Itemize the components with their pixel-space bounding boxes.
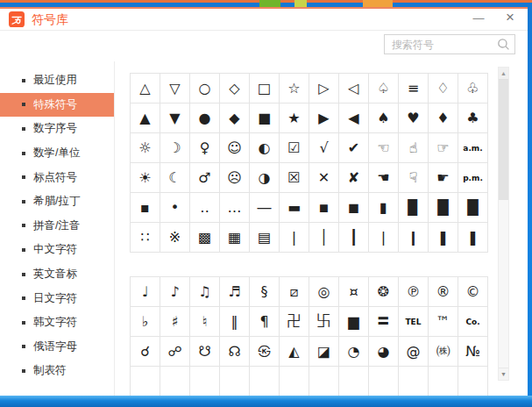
symbol-cell[interactable]: ◕ xyxy=(369,337,399,367)
symbol-cell[interactable]: ☟ xyxy=(399,163,429,193)
scroll-down-button[interactable]: ▼ xyxy=(499,368,508,380)
symbol-cell[interactable]: ❙ xyxy=(399,223,429,253)
symbol-cell[interactable]: ◼ xyxy=(339,193,369,223)
sidebar-item[interactable]: 标点符号 xyxy=(0,165,114,189)
symbol-cell[interactable]: ☀ xyxy=(131,163,160,193)
symbol-cell[interactable]: ♫ xyxy=(190,277,220,307)
symbol-cell[interactable]: ♢ xyxy=(429,74,458,104)
symbol-cell[interactable] xyxy=(369,367,399,396)
symbol-cell[interactable]: Co. xyxy=(458,307,488,337)
symbol-cell[interactable] xyxy=(220,367,250,396)
symbol-cell[interactable]: ♥ xyxy=(399,104,429,133)
sidebar-item[interactable]: 数字序号 xyxy=(0,117,114,141)
symbol-cell[interactable]: ▮ xyxy=(369,193,399,223)
symbol-cell[interactable]: ❚ xyxy=(458,223,488,253)
symbol-cell[interactable]: ¤ xyxy=(339,277,369,307)
symbol-cell[interactable]: ♣ xyxy=(458,104,488,133)
symbol-cell[interactable]: a.m. xyxy=(458,133,488,163)
symbol-cell[interactable]: ® xyxy=(429,277,458,307)
symbol-cell[interactable]: ▽ xyxy=(160,74,190,104)
symbol-cell[interactable]: █ xyxy=(429,193,458,223)
symbol-cell[interactable]: ♂ xyxy=(190,163,220,193)
symbol-cell[interactable]: ◎ xyxy=(309,277,339,307)
symbol-cell[interactable]: ▲ xyxy=(131,104,160,133)
symbol-cell[interactable]: ◀ xyxy=(339,104,369,133)
symbol-cell[interactable]: • xyxy=(160,193,190,223)
symbol-cell[interactable] xyxy=(458,367,488,396)
symbol-cell[interactable] xyxy=(280,367,309,396)
symbol-cell[interactable]: ☍ xyxy=(160,337,190,367)
symbol-cell[interactable]: ✘ xyxy=(339,163,369,193)
symbol-cell[interactable]: ◔ xyxy=(339,337,369,367)
symbol-cell[interactable]: ▉ xyxy=(399,193,429,223)
symbol-cell[interactable]: ☊ xyxy=(220,337,250,367)
symbol-cell[interactable]: ◭ xyxy=(280,337,309,367)
symbol-cell[interactable]: ♬ xyxy=(220,277,250,307)
symbol-cell[interactable]: ▷ xyxy=(309,74,339,104)
symbol-cell[interactable] xyxy=(399,367,429,396)
symbol-cell[interactable]: ∷ xyxy=(131,223,160,253)
symbol-cell[interactable]: ™ xyxy=(429,307,458,337)
symbol-cell[interactable]: ☺ xyxy=(220,133,250,163)
close-button[interactable]: × xyxy=(501,9,519,28)
symbol-cell[interactable] xyxy=(429,367,458,396)
sidebar-item[interactable]: 中文字符 xyxy=(0,238,114,262)
symbol-cell[interactable]: 卐 xyxy=(309,307,339,337)
symbol-cell[interactable]: ■ xyxy=(250,104,280,133)
symbol-cell[interactable]: ♯ xyxy=(160,307,190,337)
symbol-cell[interactable]: □ xyxy=(250,74,280,104)
symbol-cell[interactable]: ◇ xyxy=(220,74,250,104)
symbol-cell[interactable]: ― xyxy=(250,193,280,223)
symbol-cell[interactable]: ◁ xyxy=(339,74,369,104)
symbol-cell[interactable]: № xyxy=(458,337,488,367)
symbol-cell[interactable]: ℗ xyxy=(399,277,429,307)
symbol-cell[interactable]: p.m. xyxy=(458,163,488,193)
symbol-cell[interactable]: ☑ xyxy=(280,133,309,163)
sidebar-item[interactable]: 希腊/拉丁 xyxy=(0,189,114,214)
sidebar-item[interactable]: 数学/单位 xyxy=(0,141,114,166)
symbol-cell[interactable]: ☜ xyxy=(369,133,399,163)
scrollbar[interactable]: ▲ ▼ xyxy=(498,67,509,381)
symbol-cell[interactable]: ☼ xyxy=(131,133,160,163)
symbol-cell[interactable]: ✕ xyxy=(309,163,339,193)
symbol-cell[interactable]: ☒ xyxy=(280,163,309,193)
symbol-cell[interactable]: ♦ xyxy=(429,104,458,133)
symbol-cell[interactable]: 卍 xyxy=(280,307,309,337)
symbol-cell[interactable]: ☋ xyxy=(190,337,220,367)
symbol-cell[interactable]: ㈱ xyxy=(429,337,458,367)
symbol-cell[interactable] xyxy=(190,367,220,396)
symbol-cell[interactable] xyxy=(160,367,190,396)
symbol-cell[interactable] xyxy=(309,367,339,396)
symbol-cell[interactable]: ◑ xyxy=(250,163,280,193)
symbol-cell[interactable]: ☛ xyxy=(429,163,458,193)
symbol-cell[interactable]: ❘ xyxy=(369,223,399,253)
symbol-cell[interactable]: ▶ xyxy=(309,104,339,133)
symbol-cell[interactable]: ◾ xyxy=(309,193,339,223)
symbol-cell[interactable]: ♮ xyxy=(190,307,220,337)
symbol-cell[interactable]: ◐ xyxy=(250,133,280,163)
symbol-cell[interactable]: █ xyxy=(458,193,488,223)
symbol-cell[interactable]: ❂ xyxy=(369,277,399,307)
symbol-cell[interactable]: ≡ xyxy=(399,74,429,104)
symbol-cell[interactable]: … xyxy=(220,193,250,223)
symbol-cell[interactable]: ✔ xyxy=(339,133,369,163)
symbol-cell[interactable]: ▩ xyxy=(190,223,220,253)
search-input[interactable] xyxy=(384,34,515,54)
symbol-cell[interactable]: § xyxy=(250,277,280,307)
sidebar-item[interactable]: 拼音/注音 xyxy=(0,214,114,239)
symbol-cell[interactable]: ♤ xyxy=(369,74,399,104)
sidebar-item[interactable]: 英文音标 xyxy=(0,262,114,287)
minimize-button[interactable]: — xyxy=(470,9,487,28)
symbol-cell[interactable]: ※ xyxy=(160,223,190,253)
symbol-cell[interactable]: ¶ xyxy=(250,307,280,337)
sidebar-item[interactable]: 特殊符号 xyxy=(0,93,114,118)
symbol-cell[interactable]: ☾ xyxy=(160,163,190,193)
symbol-cell[interactable]: ㉿ xyxy=(250,337,280,367)
symbol-cell[interactable]: ▤ xyxy=(250,223,280,253)
symbol-cell[interactable]: ● xyxy=(190,104,220,133)
symbol-cell[interactable]: │ xyxy=(309,223,339,253)
symbol-cell[interactable]: ♪ xyxy=(160,277,190,307)
symbol-cell[interactable]: ▬ xyxy=(280,193,309,223)
symbol-cell[interactable]: TEL xyxy=(399,307,429,337)
symbol-cell[interactable]: ◆ xyxy=(220,104,250,133)
